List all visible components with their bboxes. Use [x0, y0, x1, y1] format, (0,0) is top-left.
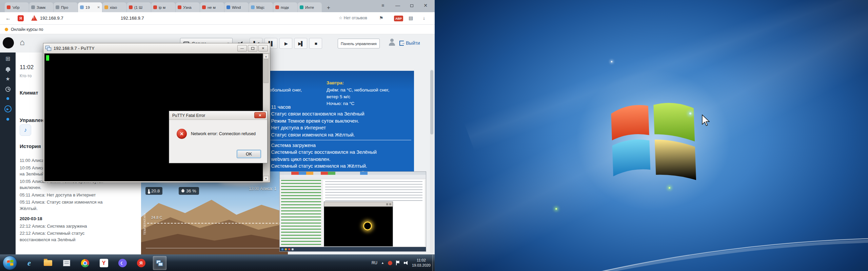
panel-clock: 11:02 [20, 64, 34, 71]
media-next-button[interactable]: ▶▌ [294, 38, 307, 49]
reviews-indicator[interactable]: ☆Нет отзывов [339, 16, 367, 20]
music-tile[interactable]: ♪ [20, 124, 31, 136]
error-dialog-titlebar[interactable]: PuTTY Fatal Error [169, 111, 267, 120]
clock-icon[interactable] [5, 87, 11, 92]
history-entry: 05:11 Алиса: Нет доступа в Интернет [20, 192, 107, 199]
tab-label: подк [281, 5, 289, 9]
scroll-down-button[interactable]: ▼ [263, 176, 269, 181]
taskbar-explorer-icon[interactable] [41, 256, 55, 270]
window-maximize-button[interactable] [408, 3, 415, 8]
language-indicator[interactable]: RU [372, 260, 377, 265]
taskbar-ie-icon[interactable]: e [22, 256, 36, 270]
window-minimize-button[interactable]: — [394, 3, 401, 8]
tray-clock[interactable]: 11:02 19.03.2020 [412, 258, 431, 268]
page-scrollbar-thumb[interactable] [430, 70, 433, 134]
action-center-flag-icon[interactable] [396, 260, 400, 265]
show-desktop-button[interactable] [432, 255, 435, 271]
grid-icon[interactable]: ⊞ [5, 56, 10, 62]
ok-button[interactable]: OK [237, 150, 261, 158]
new-tab-button[interactable]: + [324, 3, 333, 12]
log-line: Алиса: Режим Темное время суток выключен… [254, 118, 411, 124]
page-scrollbar[interactable] [430, 69, 434, 253]
taskbar-yandex-browser-icon[interactable]: Я [134, 256, 148, 270]
history-entry: 22:12 Алиса: Система загружена [20, 223, 107, 230]
error-close-button[interactable]: ✕ [254, 112, 266, 118]
tab-12[interactable]: подк [273, 2, 297, 12]
tab-7[interactable]: ip м [151, 2, 175, 12]
scroll-up-button[interactable]: ▲ [263, 54, 269, 59]
security-warning-icon[interactable]: ! [31, 15, 37, 21]
bookmark-item[interactable]: Онлайн курсы по [11, 27, 43, 32]
control-panel-button[interactable]: Панель управления [338, 39, 380, 48]
tab-11[interactable]: Majc [249, 2, 273, 12]
tab-close-icon[interactable]: ✕ [97, 5, 100, 9]
address-bar[interactable]: ← Я ! 192.168.9.7 192.168.9.7 ☆Нет отзыв… [0, 12, 435, 25]
dashboard-sidebar: ⊞ ★ ▶ [0, 53, 16, 254]
back-icon[interactable]: ← [5, 15, 11, 21]
windows-logo [608, 100, 698, 180]
tab-favicon [80, 5, 84, 9]
tab-3[interactable]: Про [54, 2, 78, 12]
mini-task-icon [281, 248, 283, 250]
mini-tab-strip [280, 172, 426, 175]
window-close-button[interactable]: ✕ [422, 3, 429, 8]
mouse-cursor [702, 114, 711, 127]
camera-weather-widget: 20.8 36 % 13:00 Алиса: 1 24.8 C ТЕМПЕРАТ… [141, 171, 288, 254]
tab-favicon [104, 5, 108, 9]
tab-10[interactable]: Wind [224, 2, 249, 12]
tab-2[interactable]: Замк [29, 2, 53, 12]
tab-label: xiao [110, 5, 117, 9]
tab-9[interactable]: не м [200, 2, 224, 12]
tray-volume-icon[interactable] [404, 261, 408, 265]
taskbar-putty-icon[interactable] [153, 256, 166, 270]
weather-tomorrow: Завтра: Днём: па °C, небольшой снег, вет… [327, 80, 413, 107]
mini-address-bar [280, 175, 426, 179]
logout-button[interactable]: Выйти [399, 40, 420, 46]
home-icon[interactable]: ⌂ [17, 37, 28, 48]
url-text[interactable]: 192.168.9.7 [40, 16, 63, 21]
error-icon: ✕ [177, 129, 187, 139]
media-play-button[interactable]: ▶ [279, 38, 292, 49]
download-icon[interactable]: ↓ [423, 15, 425, 21]
media-stop-button[interactable]: ■ [309, 38, 322, 49]
embedded-screenshot [279, 171, 426, 252]
avatar[interactable] [3, 37, 14, 48]
putty-icon [156, 260, 163, 267]
user-icon[interactable] [388, 38, 396, 47]
tray-adblock-icon[interactable] [388, 261, 392, 265]
close-button[interactable]: ✕ [258, 45, 268, 51]
viber-icon [118, 259, 127, 267]
yandex-badge-icon[interactable]: Я [18, 15, 24, 21]
temperature-badge: 20.8 [145, 187, 162, 195]
putty-titlebar[interactable]: 192.168.9.7 - PuTTY — ✕ [43, 43, 270, 54]
play-circle-icon[interactable]: ▶ [4, 105, 12, 112]
star-icon[interactable]: ★ [5, 76, 10, 81]
graph-axis-label: ТЕМПЕРАТУРА [143, 209, 146, 239]
tab-favicon [7, 5, 11, 9]
bookmark-flag-icon[interactable]: ⚑ [379, 15, 383, 21]
thermometer-icon [148, 189, 150, 193]
maximize-button[interactable] [248, 45, 257, 51]
start-button[interactable] [3, 256, 17, 270]
collections-icon[interactable]: ▤ [409, 15, 413, 21]
scrollbar-thumb[interactable] [263, 59, 269, 83]
browser-menu-icon[interactable]: ≡ [379, 3, 387, 8]
tab-4-active[interactable]: 19✕ [78, 2, 102, 12]
taskbar-chrome-icon[interactable] [78, 256, 92, 270]
tab-1[interactable]: 'обр [5, 2, 29, 12]
mini-maximize-icon [386, 203, 388, 205]
taskbar-yandex-icon[interactable]: Y [97, 256, 111, 270]
tab-5[interactable]: xiao [102, 2, 126, 12]
hidden-icons-button[interactable]: ▲ [381, 261, 384, 265]
bell-icon[interactable] [6, 67, 10, 71]
taskbar-viber-icon[interactable] [116, 256, 129, 270]
tab-13[interactable]: Инте [298, 2, 322, 12]
putty-error-dialog[interactable]: PuTTY Fatal Error ✕ ✕ Network error: Con… [169, 111, 268, 163]
tab-label: Про [61, 5, 68, 9]
minimize-button[interactable]: — [237, 45, 247, 51]
tab-6[interactable]: (1 Ш [127, 2, 151, 12]
taskbar-app-icon[interactable] [60, 256, 73, 270]
tab-8[interactable]: Узна [176, 2, 200, 12]
adblock-extension-icon[interactable]: ABP [394, 16, 403, 21]
section-history: История [20, 143, 41, 149]
